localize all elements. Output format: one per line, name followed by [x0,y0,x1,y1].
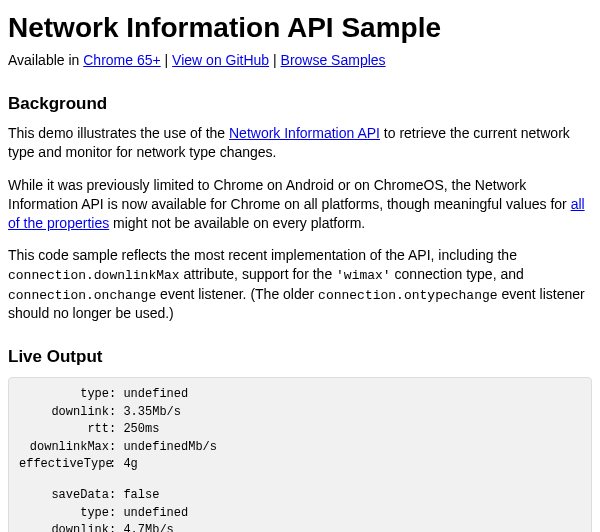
availability-sep: | [161,52,172,68]
browse-samples-link[interactable]: Browse Samples [281,52,386,68]
output-row: type: undefined [19,386,581,403]
output-value: undefined [123,506,188,520]
live-output-box: type: undefineddownlink: 3.35Mb/srtt: 25… [8,377,592,532]
output-sep: : [109,523,123,532]
output-row: downlink: 3.35Mb/s [19,404,581,421]
output-row: effectiveType: 4g [19,456,581,473]
text: This code sample reflects the most recen… [8,247,517,263]
output-value: 4.7Mb/s [123,523,173,532]
text: connection type, and [391,266,524,282]
text: This demo illustrates the use of the [8,125,229,141]
output-sep: : [109,422,123,436]
output-label: type [19,386,109,403]
output-label: downlink [19,522,109,532]
output-sep: : [109,488,123,502]
output-row: saveData: false [19,487,581,504]
output-sep: : [109,405,123,419]
background-paragraph-3: This code sample reflects the most recen… [8,246,592,323]
code-ontypechange: connection.ontypechange [318,288,497,303]
output-row: rtt: 250ms [19,421,581,438]
chrome-version-link[interactable]: Chrome 65+ [83,52,160,68]
output-row: type: undefined [19,505,581,522]
output-label: downlink [19,404,109,421]
code-onchange: connection.onchange [8,288,156,303]
code-wimax: 'wimax' [336,268,391,283]
background-paragraph-2: While it was previously limited to Chrom… [8,176,592,233]
output-label: saveData [19,487,109,504]
output-value: undefined [123,387,188,401]
output-label: downlinkMax [19,439,109,456]
output-sep: : [109,457,123,471]
output-label: effectiveType [19,456,109,473]
output-sep: : [109,387,123,401]
output-value: 250ms [123,422,159,436]
output-blank-row [19,473,581,487]
output-row: downlink: 4.7Mb/s [19,522,581,532]
page-title: Network Information API Sample [8,12,592,44]
output-value: 4g [123,457,137,471]
availability-line: Available in Chrome 65+ | View on GitHub… [8,52,592,68]
output-value: false [123,488,159,502]
availability-sep: | [269,52,280,68]
output-label: rtt [19,421,109,438]
live-output-heading: Live Output [8,347,592,367]
text: event listener. (The older [156,286,318,302]
output-sep: : [109,440,123,454]
code-downlinkmax: connection.downlinkMax [8,268,180,283]
background-paragraph-1: This demo illustrates the use of the Net… [8,124,592,162]
output-row: downlinkMax: undefinedMb/s [19,439,581,456]
background-heading: Background [8,94,592,114]
text: While it was previously limited to Chrom… [8,177,571,212]
output-value: undefinedMb/s [123,440,217,454]
output-sep: : [109,506,123,520]
output-value: 3.35Mb/s [123,405,181,419]
network-information-api-link[interactable]: Network Information API [229,125,380,141]
text: might not be available on every platform… [109,215,365,231]
output-label: type [19,505,109,522]
github-link[interactable]: View on GitHub [172,52,269,68]
text: attribute, support for the [180,266,336,282]
availability-prefix: Available in [8,52,83,68]
